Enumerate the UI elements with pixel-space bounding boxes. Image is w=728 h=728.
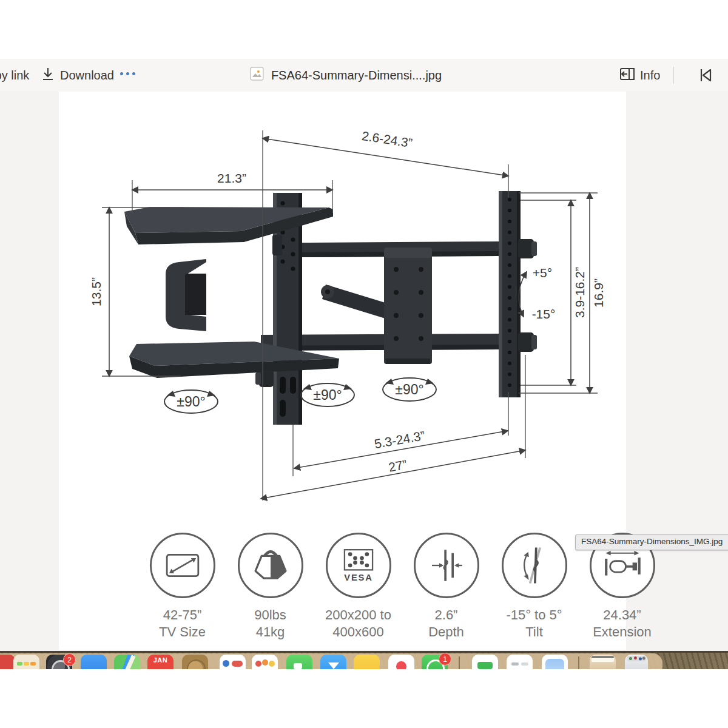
dim-tilt-up: +5° — [533, 266, 552, 280]
feature-vesa: VESA 200x200 to 400x600 — [314, 533, 402, 641]
feature-line2: 41kg — [254, 624, 286, 641]
more-dots-icon — [120, 72, 123, 75]
dock-downloads-stack[interactable] — [590, 655, 616, 669]
filename-tooltip: FSA64-Summary-Dimensions_IMG.jpg — [575, 534, 728, 550]
feature-line2: Extension — [593, 624, 652, 641]
copy-link-button[interactable]: Copy link — [0, 59, 29, 92]
dim-left-height: 13.5” — [89, 277, 103, 306]
dim-tilt-down: -15° — [532, 307, 556, 321]
file-title-label: FSA64-Summary-Dimensi....jpg — [271, 69, 442, 83]
dock-app-preview-green[interactable] — [472, 655, 498, 669]
dim-swivel-3: ±90° — [395, 382, 423, 397]
dim-swivel-2: ±90° — [313, 387, 342, 403]
feature-line2: TV Size — [159, 624, 206, 641]
whatsapp-notification-badge: 1 — [439, 653, 451, 666]
info-button[interactable]: Info — [620, 59, 660, 92]
toolbar-divider — [673, 67, 674, 84]
dim-inner-height: 3.9-16.2” — [573, 267, 587, 318]
feature-line1: -15° to 5° — [506, 607, 562, 624]
dock-app-calendar[interactable]: JAN — [147, 655, 174, 669]
dock-app-weather[interactable] — [542, 655, 568, 669]
dim-swivel-1: ±90° — [177, 394, 205, 410]
feature-line2: 400x600 — [325, 624, 391, 641]
feature-line1: 2.6” — [428, 607, 464, 624]
image-panel: 2.6-24.3” 21.3” 13.5” 3.9-16.2” 16.9” 5.… — [59, 92, 626, 650]
dim-arm-width: 21.3” — [217, 171, 246, 185]
dock-app-launchpad[interactable] — [13, 655, 39, 669]
previous-item-button[interactable] — [698, 67, 713, 86]
dock-app-podcasts[interactable] — [220, 655, 246, 669]
feature-line1: 200x200 to — [325, 607, 391, 624]
tilt-icon — [502, 533, 567, 598]
filename-tooltip-text: FSA64-Summary-Dimensions_IMG.jpg — [581, 537, 723, 546]
feature-tv-size: 42-75” TV Size — [138, 533, 226, 641]
download-label: Download — [60, 69, 114, 83]
dock-separator — [578, 656, 579, 669]
mount-diagram: 2.6-24.3” 21.3” 13.5” 3.9-16.2” 16.9” 5.… — [59, 92, 626, 538]
dock-app-notes[interactable] — [354, 655, 380, 669]
download-arrow-icon — [41, 67, 55, 84]
vesa-icon: VESA — [326, 533, 391, 598]
file-title: FSA64-Summary-Dimensi....jpg — [250, 59, 442, 92]
dim-top-span: 2.6-24.3” — [361, 129, 414, 150]
feature-weight: 90lbs 41kg — [226, 533, 314, 641]
more-options-button[interactable] — [120, 72, 135, 75]
depth-icon — [414, 533, 479, 598]
dock-app-mail[interactable] — [320, 655, 346, 669]
viewer-content-area: 2.6-24.3” 21.3” 13.5” 3.9-16.2” 16.9” 5.… — [0, 92, 728, 652]
feature-line1: 24.34” — [593, 607, 652, 624]
dock-trash[interactable] — [625, 655, 648, 669]
dock-app-facetime[interactable] — [286, 655, 312, 669]
dock-app-store[interactable] — [81, 655, 107, 669]
weight-icon — [238, 533, 303, 598]
dim-outer-height: 16.9” — [592, 278, 605, 308]
dock-app-safari-brown[interactable] — [182, 655, 208, 669]
copy-link-label: Copy link — [0, 69, 29, 83]
dim-bottom-span: 5.3-24.3” — [373, 428, 426, 451]
feature-line2: Depth — [428, 624, 464, 641]
dim-total-width: 27” — [388, 457, 408, 474]
feature-line1: 90lbs — [254, 607, 286, 624]
download-button[interactable]: Download — [41, 59, 114, 92]
dock-app-maps[interactable] — [114, 655, 140, 669]
feature-tilt: -15° to 5° Tilt — [490, 533, 578, 641]
dock-app-music[interactable] — [388, 655, 414, 669]
info-panel-icon — [620, 68, 635, 83]
previous-item-icon — [698, 75, 713, 85]
dock-top-edge — [0, 651, 728, 653]
vesa-label: VESA — [344, 573, 373, 582]
feature-depth: 2.6” Depth — [402, 533, 490, 641]
dock-separator — [459, 656, 460, 669]
dock-app-reminders[interactable] — [507, 655, 533, 669]
feature-line1: 42-75” — [159, 607, 206, 624]
image-thumb-icon — [250, 67, 264, 84]
calendar-month-label: JAN — [147, 656, 174, 664]
desktop-strip: 2 JAN 1 — [0, 651, 728, 669]
settings-notification-badge: 2 — [63, 653, 76, 666]
viewer-toolbar: Copy link Download FSA64-Summary-Dimensi… — [0, 59, 728, 92]
dock-app-photos[interactable] — [252, 655, 278, 669]
info-label: Info — [640, 69, 660, 83]
feature-line2: Tilt — [506, 624, 562, 641]
tv-size-icon — [150, 533, 215, 598]
